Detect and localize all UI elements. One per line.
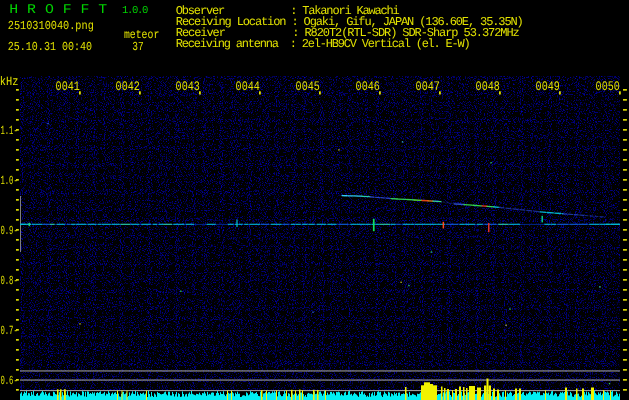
svg-text:0049: 0049 [536, 79, 560, 94]
svg-text:1.0.0: 1.0.0 [122, 5, 148, 17]
svg-text:0.8-: 0.8- [0, 274, 17, 288]
svg-text:0047: 0047 [416, 79, 440, 94]
svg-text:0050: 0050 [596, 79, 620, 94]
svg-text:0048: 0048 [476, 79, 500, 94]
svg-text:0043: 0043 [176, 79, 200, 94]
svg-text:kHz: kHz [0, 75, 18, 89]
svg-text:0045: 0045 [296, 79, 320, 94]
svg-text:0044: 0044 [236, 79, 260, 94]
svg-text:0046: 0046 [356, 79, 380, 94]
svg-text:0042: 0042 [116, 79, 140, 94]
svg-text:1.1-: 1.1- [0, 124, 17, 138]
svg-text:1.0-: 1.0- [0, 174, 17, 188]
svg-text:0.6-: 0.6- [0, 374, 17, 388]
svg-text:0.9-: 0.9- [0, 224, 17, 238]
svg-text:0.7-: 0.7- [0, 324, 17, 338]
svg-text:25.10.31 00:40: 25.10.31 00:40 [8, 40, 92, 54]
svg-text:2510310040.png: 2510310040.png [8, 19, 94, 33]
svg-text:37: 37 [132, 40, 143, 54]
svg-text:H R O F F T: H R O F F T [9, 3, 107, 18]
svg-text:Receiving antenna : 2el-HB9CV: Receiving antenna : 2el-HB9CV Vertical (… [176, 37, 471, 51]
svg-text:0041: 0041 [56, 79, 80, 94]
